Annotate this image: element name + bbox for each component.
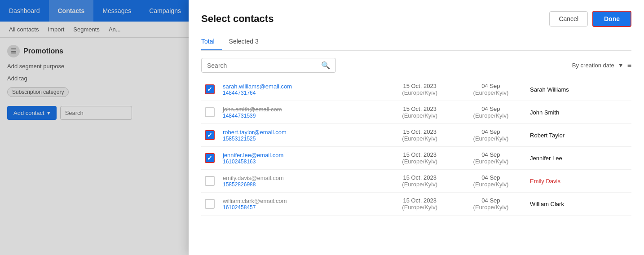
contact-email[interactable]: jennifer.lee@email.com [223,152,381,158]
left-search-input[interactable] [60,106,132,120]
checkbox-wrapper[interactable] [205,199,215,209]
nav-campaigns[interactable]: Campaigns [140,0,190,22]
sort-label[interactable]: By creation date [572,62,614,69]
contact-name-cell: Robert Taylor [526,124,631,147]
tab-selected[interactable]: Selected 3 [229,34,266,50]
checkmark-icon: ✓ [207,132,212,139]
subscription-badge[interactable]: Subscription category [7,87,69,97]
checkbox-cell [201,101,219,124]
done-button[interactable]: Done [592,11,631,27]
sub-nav: All contacts Import Segments An... [0,22,189,38]
add-tag-link[interactable]: Add tag [7,75,181,82]
cancel-button[interactable]: Cancel [549,11,588,26]
date-secondary: 04 Sep(Europe/Kyiv) [455,101,526,124]
contact-info-cell: jennifer.lee@email.com16102458163 [219,147,384,170]
checkbox-wrapper[interactable] [205,107,215,117]
promotions-header: ☰ Promotions [7,45,181,57]
contact-info-cell: john.smith@email.com14844731539 [219,101,384,124]
checkbox-wrapper[interactable] [205,176,215,186]
promotions-icon: ☰ [7,45,20,57]
date-secondary: 04 Sep(Europe/Kyiv) [455,193,526,215]
modal-title: Select contacts [201,13,273,25]
contact-info-cell: sarah.williams@email.com14844731764 [219,78,384,101]
contact-name-cell: Sarah Williams [526,78,631,101]
contact-name-cell: John Smith [526,101,631,124]
search-row: 🔍 By creation date ▼ ≡ [201,58,631,73]
search-input[interactable] [207,62,318,69]
promotions-title: Promotions [23,47,63,55]
modal-actions: Cancel Done [549,11,631,27]
date-secondary: 04 Sep(Europe/Kyiv) [455,147,526,170]
checkbox-wrapper[interactable]: ✓ [205,153,215,163]
left-panel: Dashboard Contacts Messages Campaigns Al… [0,0,189,255]
contact-name: Jennifer Lee [530,155,562,162]
checkbox-cell: ✓ [201,78,219,101]
date-created: 15 Oct, 2023(Europe/Kyiv) [384,124,455,147]
contact-name: Sarah Williams [530,86,569,93]
table-row: ✓robert.taylor@email.com1585312152515 Oc… [201,124,631,147]
subnav-all-contacts[interactable]: All contacts [9,26,39,33]
contact-info-cell: emily.davis@email.com15852826988 [219,170,384,193]
table-row: emily.davis@email.com1585282698815 Oct, … [201,170,631,193]
add-contact-row: Add contact ▾ [7,106,181,120]
contact-info-cell: william.clark@email.com16102458457 [219,193,384,215]
checkbox-cell: ✓ [201,147,219,170]
contact-email[interactable]: emily.davis@email.com [223,175,381,181]
subnav-import[interactable]: Import [48,26,64,33]
search-box: 🔍 [201,58,336,73]
filter-icon[interactable]: ≡ [627,62,631,70]
contact-name-cell: Jennifer Lee [526,147,631,170]
tab-total[interactable]: Total [201,34,222,50]
checkbox-wrapper[interactable]: ✓ [205,84,215,94]
checkbox-cell [201,193,219,215]
table-row: ✓sarah.williams@email.com1484473176415 O… [201,78,631,101]
nav-dashboard[interactable]: Dashboard [0,0,49,22]
date-created: 15 Oct, 2023(Europe/Kyiv) [384,170,455,193]
contact-name-cell: Emily Davis [526,170,631,193]
contact-email[interactable]: john.smith@email.com [223,106,381,113]
date-created: 15 Oct, 2023(Europe/Kyiv) [384,78,455,101]
search-icon: 🔍 [321,61,330,70]
contact-phone: 14844731764 [223,90,381,96]
sort-controls: By creation date ▼ ≡ [572,62,631,70]
chevron-down-icon[interactable]: ▼ [618,62,624,69]
nav-contacts[interactable]: Contacts [49,0,94,22]
table-row: ✓jennifer.lee@email.com1610245816315 Oct… [201,147,631,170]
contact-email[interactable]: robert.taylor@email.com [223,129,381,136]
contact-name: Emily Davis [530,178,560,185]
contact-info-cell: robert.taylor@email.com15853121525 [219,124,384,147]
add-segment-link[interactable]: Add segment purpose [7,63,181,70]
contacts-table: ✓sarah.williams@email.com1484473176415 O… [201,78,631,215]
table-row: john.smith@email.com1484473153915 Oct, 2… [201,101,631,124]
contact-phone: 15853121525 [223,136,381,142]
contact-name: John Smith [530,109,559,116]
date-secondary: 04 Sep(Europe/Kyiv) [455,170,526,193]
contact-phone: 16102458163 [223,158,381,165]
contact-phone: 16102458457 [223,204,381,211]
checkmark-icon: ✓ [207,86,212,93]
date-created: 15 Oct, 2023(Europe/Kyiv) [384,101,455,124]
contact-name: Robert Taylor [530,132,565,139]
date-created: 15 Oct, 2023(Europe/Kyiv) [384,193,455,215]
contact-email[interactable]: sarah.williams@email.com [223,83,381,90]
contact-name-cell: William Clark [526,193,631,215]
contact-email[interactable]: william.clark@email.com [223,198,381,204]
left-content: ☰ Promotions Add segment purpose Add tag… [0,38,189,127]
contact-phone: 14844731539 [223,113,381,119]
date-created: 15 Oct, 2023(Europe/Kyiv) [384,147,455,170]
checkbox-cell: ✓ [201,124,219,147]
subnav-an[interactable]: An... [109,26,121,33]
date-secondary: 04 Sep(Europe/Kyiv) [455,124,526,147]
top-nav: Dashboard Contacts Messages Campaigns [0,0,189,22]
nav-messages[interactable]: Messages [93,0,140,22]
contact-phone: 15852826988 [223,181,381,188]
add-contact-button[interactable]: Add contact ▾ [7,106,57,120]
modal-panel: Select contacts Cancel Done Total Select… [189,0,644,255]
subnav-segments[interactable]: Segments [73,26,100,33]
table-row: william.clark@email.com1610245845715 Oct… [201,193,631,215]
checkbox-wrapper[interactable]: ✓ [205,130,215,140]
contact-name: William Clark [530,201,564,207]
modal-header: Select contacts Cancel Done [201,11,631,27]
checkbox-cell [201,170,219,193]
checkmark-icon: ✓ [207,154,212,162]
